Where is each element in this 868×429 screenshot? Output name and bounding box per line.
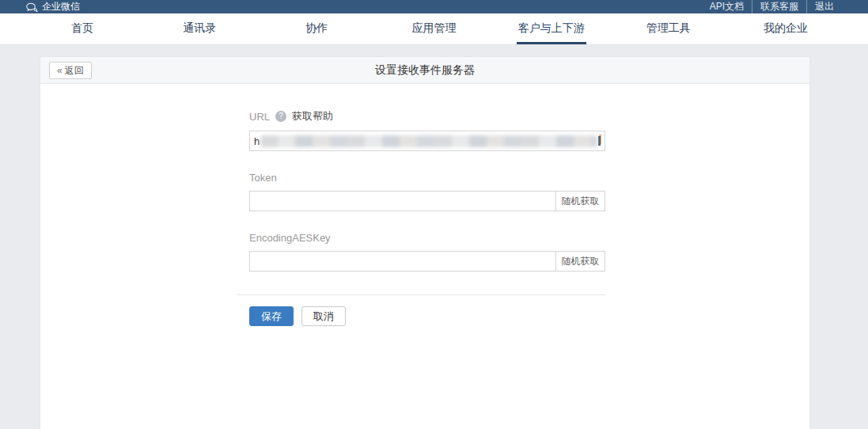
get-help-link[interactable]: 获取帮助 xyxy=(292,109,333,123)
token-input[interactable] xyxy=(250,192,555,211)
back-chevron-icon: « xyxy=(57,65,63,76)
tab-admin-tools-label: 管理工具 xyxy=(645,13,692,44)
url-field-block: URL ? 获取帮助 h xyxy=(249,109,605,151)
aeskey-input-group: 随机获取 xyxy=(249,251,605,271)
logout-link[interactable]: 退出 xyxy=(806,0,842,13)
tab-app-management[interactable]: 应用管理 xyxy=(375,13,492,44)
api-docs-link[interactable]: API文档 xyxy=(702,0,752,13)
back-button[interactable]: « 返回 xyxy=(49,62,92,79)
text-cursor xyxy=(598,136,601,146)
aeskey-input[interactable] xyxy=(250,252,555,271)
brand-name: 企业微信 xyxy=(42,0,80,13)
aeskey-label-row: EncodingAESKey xyxy=(249,232,605,244)
token-label: Token xyxy=(249,172,277,184)
contact-support-link[interactable]: 联系客服 xyxy=(752,0,806,13)
aeskey-random-generate-button[interactable]: 随机获取 xyxy=(555,252,605,271)
tab-admin-tools[interactable]: 管理工具 xyxy=(610,13,727,44)
token-input-group: 随机获取 xyxy=(249,191,605,211)
form-divider xyxy=(237,294,605,295)
settings-card: « 返回 设置接收事件服务器 URL ? 获取帮助 h xyxy=(40,57,809,429)
tab-collaboration-label: 协作 xyxy=(304,13,329,44)
url-value-redacted xyxy=(260,135,597,147)
tab-collaboration[interactable]: 协作 xyxy=(258,13,375,44)
topbar-links: API文档 联系客服 退出 xyxy=(702,0,842,13)
url-value-prefix: h xyxy=(254,135,260,147)
brand: 企业微信 xyxy=(26,0,80,13)
tab-app-management-label: 应用管理 xyxy=(410,13,457,44)
url-label: URL xyxy=(249,111,270,123)
aeskey-field-block: EncodingAESKey 随机获取 xyxy=(249,232,605,271)
tab-contacts[interactable]: 通讯录 xyxy=(141,13,258,44)
tab-my-company-label: 我的企业 xyxy=(762,13,809,44)
page-title: 设置接收事件服务器 xyxy=(40,63,809,78)
tab-contacts-label: 通讯录 xyxy=(181,13,218,44)
token-field-block: Token 随机获取 xyxy=(249,172,605,211)
token-random-generate-button[interactable]: 随机获取 xyxy=(555,192,605,211)
cancel-button[interactable]: 取消 xyxy=(301,306,346,326)
token-label-row: Token xyxy=(249,172,605,184)
url-input[interactable]: h xyxy=(249,131,605,151)
tab-customers-label: 客户与上下游 xyxy=(517,13,586,44)
form-actions: 保存 取消 xyxy=(249,306,605,326)
card-header: « 返回 设置接收事件服务器 xyxy=(40,57,809,84)
back-button-label: 返回 xyxy=(65,64,84,78)
receive-event-server-form: URL ? 获取帮助 h Token 随机获取 xyxy=(40,84,605,326)
tab-customers-upstream-downstream[interactable]: 客户与上下游 xyxy=(493,13,610,44)
main-nav: 首页 通讯录 协作 应用管理 客户与上下游 管理工具 我的企业 xyxy=(0,13,868,45)
page-background: « 返回 设置接收事件服务器 URL ? 获取帮助 h xyxy=(0,57,868,429)
tab-home-label: 首页 xyxy=(70,13,95,44)
tab-my-company[interactable]: 我的企业 xyxy=(727,13,844,44)
tab-home[interactable]: 首页 xyxy=(24,13,141,44)
question-circle-icon[interactable]: ? xyxy=(275,111,286,122)
wework-logo-icon xyxy=(26,2,38,13)
url-label-row: URL ? 获取帮助 xyxy=(249,109,605,123)
aeskey-label: EncodingAESKey xyxy=(249,232,331,244)
topbar: 企业微信 API文档 联系客服 退出 xyxy=(0,0,868,13)
save-button[interactable]: 保存 xyxy=(249,306,294,326)
